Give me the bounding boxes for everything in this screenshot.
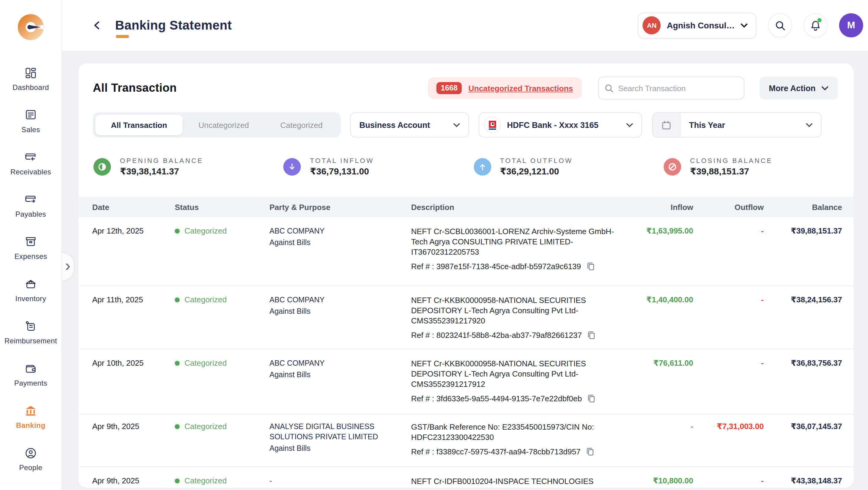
sidebar-item-label: Reimbursement bbox=[4, 337, 57, 345]
copy-icon[interactable] bbox=[586, 447, 594, 456]
description-cell: NEFT Cr-KKBK0000958-NATIONAL SECURITIES … bbox=[411, 358, 622, 414]
sidebar-item-banking[interactable]: Banking bbox=[0, 396, 61, 438]
transaction-search bbox=[598, 77, 744, 99]
sales-icon bbox=[24, 109, 37, 122]
transaction-tabs: All Transaction Uncategorized Categorize… bbox=[93, 112, 341, 138]
calendar-icon bbox=[661, 120, 672, 130]
sidebar-item-partial[interactable] bbox=[0, 485, 61, 490]
chevron-down-icon bbox=[453, 123, 460, 127]
description-cell: NEFT Cr-SCBL0036001-LORENZ Archiv-System… bbox=[411, 226, 622, 285]
table-row[interactable]: Apr 9th, 2025 Categorized ANALYSE DIGITA… bbox=[79, 414, 854, 466]
sidebar-item-sales[interactable]: Sales bbox=[0, 100, 61, 142]
transactions-card: All Transaction 1668 Uncategorized Trans… bbox=[79, 63, 854, 488]
payments-icon bbox=[24, 362, 37, 375]
stat-total-inflow: TOTAL INFLOW ₹36,79,131.00 bbox=[284, 156, 474, 176]
sidebar-item-expenses[interactable]: Expenses bbox=[0, 227, 61, 269]
search-icon bbox=[775, 20, 785, 30]
party-name: ABC COMPANY bbox=[270, 358, 399, 369]
stat-value: ₹36,79,131.00 bbox=[310, 166, 374, 176]
stat-value: ₹36,29,121.00 bbox=[500, 166, 572, 176]
tab-all-transaction[interactable]: All Transaction bbox=[95, 115, 183, 135]
top-bar: Banking Statement AN Agnish Consul… bbox=[62, 0, 868, 51]
date-range-value: This Year bbox=[689, 120, 725, 129]
brand-logo-icon bbox=[17, 13, 44, 41]
status-label: Categorized bbox=[184, 226, 227, 235]
more-action-label: More Action bbox=[769, 84, 815, 93]
reimbursement-icon bbox=[24, 320, 37, 333]
col-status: Status bbox=[175, 202, 270, 211]
expenses-icon bbox=[24, 235, 37, 249]
party-name: ANALYSE DIGITAL BUSINESS SOLUTIONS PRIVA… bbox=[270, 422, 399, 442]
main-area: Banking Statement AN Agnish Consul… bbox=[62, 0, 868, 490]
balance-amount: ₹39,88,151.37 bbox=[764, 226, 842, 285]
outflow-amount: - bbox=[693, 476, 764, 488]
date-range-select[interactable]: This Year bbox=[652, 112, 822, 138]
col-balance: Balance bbox=[764, 202, 842, 211]
global-search-button[interactable] bbox=[768, 13, 792, 37]
sidebar-item-label: Payables bbox=[16, 210, 46, 219]
stat-value: ₹39,88,151.37 bbox=[690, 166, 773, 176]
uncategorized-transactions-link[interactable]: Uncategorized Transactions bbox=[468, 84, 573, 93]
transaction-date: Apr 11th, 2025 bbox=[92, 295, 175, 349]
hdfc-bank-logo-icon bbox=[484, 116, 501, 133]
bank-account-select[interactable]: HDFC Bank - Xxxx 3165 bbox=[478, 112, 642, 138]
table-row[interactable]: Apr 12th, 2025 Categorized ABC COMPANY A… bbox=[79, 217, 854, 285]
title-block: Banking Statement bbox=[115, 18, 232, 33]
ref-number: Ref # : f3389cc7-5975-437f-aa94-78cbb713… bbox=[411, 447, 581, 456]
user-avatar[interactable]: M bbox=[839, 13, 863, 37]
people-icon bbox=[24, 446, 37, 460]
company-switcher[interactable]: AN Agnish Consul… bbox=[638, 12, 756, 38]
party-purpose: Against Bills bbox=[270, 443, 411, 454]
sidebar: Dashboard Sales Receivables bbox=[0, 0, 62, 490]
description-text: NEFT Cr-KKBK0000958-NATIONAL SECURITIES … bbox=[411, 295, 616, 326]
party-cell: ABC COMPANY Against Bills bbox=[270, 358, 411, 414]
more-action-button[interactable]: More Action bbox=[759, 77, 838, 99]
status-dot-icon bbox=[175, 424, 180, 429]
sidebar-expand-handle[interactable] bbox=[62, 252, 75, 281]
sidebar-item-people[interactable]: People bbox=[0, 438, 61, 480]
outflow-amount: - bbox=[693, 295, 764, 349]
sidebar-item-label: Sales bbox=[22, 125, 40, 134]
tab-uncategorized[interactable]: Uncategorized bbox=[183, 115, 265, 135]
sidebar-item-inventory[interactable]: Inventory bbox=[0, 269, 61, 311]
sidebar-item-reimbursement[interactable]: Reimbursement bbox=[0, 311, 61, 354]
notifications-button[interactable] bbox=[804, 13, 828, 37]
stat-label: TOTAL OUTFLOW bbox=[500, 156, 572, 164]
tab-categorized[interactable]: Categorized bbox=[265, 115, 338, 135]
description-text: NEFT Cr-IDFB0010204-INSPACE TECHNOLOGIES… bbox=[411, 476, 616, 488]
description-text: NEFT Cr-KKBK0000958-NATIONAL SECURITIES … bbox=[411, 358, 616, 389]
table-row[interactable]: Apr 10th, 2025 Categorized ABC COMPANY A… bbox=[79, 349, 854, 414]
col-party: Party & Purpose bbox=[270, 202, 411, 211]
status-label: Categorized bbox=[184, 422, 227, 431]
dashboard-icon bbox=[24, 66, 37, 80]
copy-icon[interactable] bbox=[587, 262, 595, 271]
sidebar-item-label: Payments bbox=[14, 379, 47, 387]
stat-label: TOTAL INFLOW bbox=[310, 156, 374, 164]
account-type-select[interactable]: Business Account bbox=[350, 112, 469, 138]
sidebar-nav: Dashboard Sales Receivables bbox=[0, 58, 61, 490]
search-transaction-input[interactable] bbox=[618, 84, 738, 93]
back-button[interactable] bbox=[89, 18, 104, 33]
app-logo[interactable] bbox=[17, 13, 44, 41]
company-name: Agnish Consul… bbox=[667, 21, 735, 30]
status-label: Categorized bbox=[184, 295, 227, 304]
ref-number: Ref # : 8023241f-58b8-42ba-ab37-79af8266… bbox=[411, 331, 582, 340]
table-row[interactable]: Apr 9th, 2025 Categorized - Against Bill… bbox=[79, 466, 854, 488]
table-row[interactable]: Apr 11th, 2025 Categorized ABC COMPANY A… bbox=[79, 285, 854, 349]
sidebar-item-label: Inventory bbox=[16, 294, 46, 303]
topbar-controls: AN Agnish Consul… bbox=[638, 12, 863, 38]
copy-icon[interactable] bbox=[587, 331, 596, 340]
sidebar-item-dashboard[interactable]: Dashboard bbox=[0, 58, 61, 100]
account-type-value: Business Account bbox=[359, 120, 430, 129]
status-dot-icon bbox=[175, 297, 180, 302]
party-purpose: Against Bills bbox=[270, 307, 411, 317]
content-area: All Transaction 1668 Uncategorized Trans… bbox=[62, 51, 868, 490]
sidebar-item-payments[interactable]: Payments bbox=[0, 354, 61, 396]
sidebar-item-receivables[interactable]: Receivables bbox=[0, 142, 61, 185]
sidebar-item-payables[interactable]: Payables bbox=[0, 185, 61, 227]
copy-icon[interactable] bbox=[587, 394, 596, 403]
inflow-amount: ₹10,800.00 bbox=[622, 476, 693, 488]
stat-closing-balance: CLOSING BALANCE ₹39,88,151.37 bbox=[664, 156, 854, 176]
transaction-date: Apr 10th, 2025 bbox=[92, 358, 175, 414]
status-cell: Categorized bbox=[175, 295, 270, 349]
